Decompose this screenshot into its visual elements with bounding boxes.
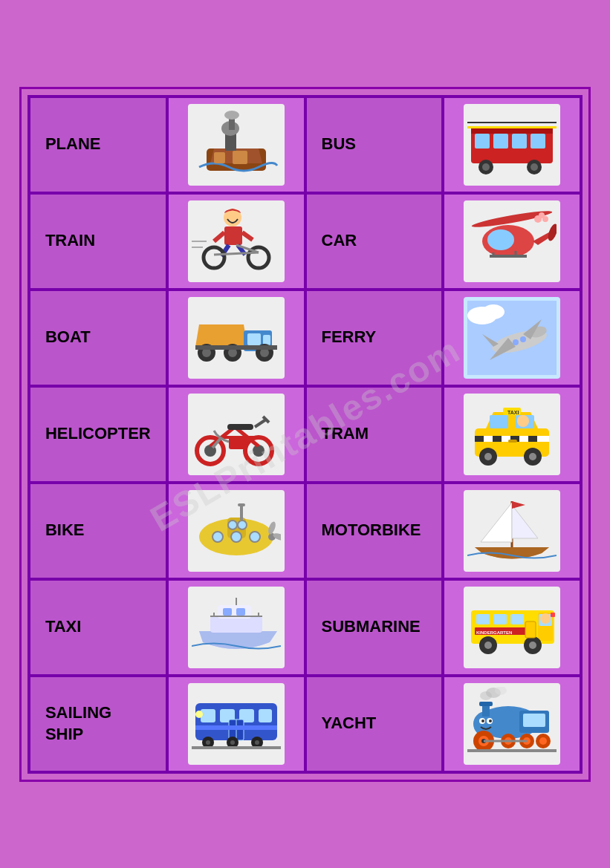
cell-submarine-label: SUBMARINE bbox=[305, 579, 444, 676]
cell-helicopter-label: HELICOPTER bbox=[29, 386, 167, 483]
svg-point-128 bbox=[540, 613, 551, 624]
svg-rect-76 bbox=[490, 415, 508, 428]
img-airplane bbox=[464, 297, 560, 379]
svg-rect-13 bbox=[530, 134, 545, 149]
svg-rect-129 bbox=[551, 613, 555, 617]
svg-marker-42 bbox=[195, 324, 247, 347]
vocabulary-grid: PLANE bbox=[27, 95, 583, 774]
page-container: ESLPrintables.com PLANE bbox=[19, 87, 591, 782]
cell-sailing-ship-image bbox=[167, 676, 305, 772]
svg-point-138 bbox=[206, 740, 210, 745]
cell-ferry-image bbox=[443, 290, 581, 386]
cell-sailing-ship-label: SAILING SHIP bbox=[29, 676, 167, 772]
svg-rect-45 bbox=[263, 335, 270, 345]
svg-point-155 bbox=[489, 719, 492, 722]
img-dirtbike bbox=[188, 394, 285, 475]
cell-plane-label: PLANE bbox=[29, 97, 167, 193]
svg-point-126 bbox=[529, 642, 536, 649]
svg-rect-21 bbox=[224, 226, 242, 245]
svg-point-97 bbox=[250, 532, 260, 542]
svg-rect-127 bbox=[525, 621, 536, 638]
label-helicopter: HELICOPTER bbox=[45, 423, 151, 445]
svg-point-96 bbox=[231, 532, 241, 542]
grid-container: PLANE bbox=[19, 87, 591, 782]
svg-point-142 bbox=[255, 740, 259, 745]
label-car: CAR bbox=[322, 230, 357, 252]
svg-point-34 bbox=[487, 229, 514, 250]
svg-marker-105 bbox=[512, 505, 538, 538]
svg-point-168 bbox=[539, 737, 547, 745]
svg-point-61 bbox=[520, 336, 526, 342]
cell-bike-image bbox=[167, 483, 305, 579]
svg-point-66 bbox=[253, 445, 265, 457]
svg-point-90 bbox=[517, 415, 529, 427]
svg-point-41 bbox=[542, 216, 548, 222]
svg-point-140 bbox=[230, 740, 235, 745]
cell-train-label: TRAIN bbox=[29, 193, 167, 290]
cell-taxi-image bbox=[167, 579, 305, 676]
label-boat: BOAT bbox=[45, 327, 91, 348]
svg-point-55 bbox=[482, 304, 504, 319]
svg-rect-12 bbox=[512, 134, 527, 149]
img-schoolbus: KINDERGARTEN bbox=[464, 587, 560, 668]
label-sailing-ship: SAILING SHIP bbox=[45, 702, 111, 745]
svg-line-23 bbox=[242, 232, 253, 240]
svg-rect-79 bbox=[475, 436, 484, 442]
svg-rect-73 bbox=[229, 436, 247, 449]
label-submarine: SUBMARINE bbox=[322, 616, 421, 638]
svg-rect-145 bbox=[195, 725, 277, 730]
svg-rect-18 bbox=[467, 126, 557, 128]
img-steamboat bbox=[188, 104, 285, 186]
svg-rect-134 bbox=[259, 709, 272, 722]
svg-rect-70 bbox=[227, 424, 253, 430]
label-tram: TRAM bbox=[322, 423, 369, 445]
label-plane: PLANE bbox=[45, 134, 101, 155]
svg-marker-104 bbox=[481, 503, 512, 542]
cell-car-image bbox=[443, 193, 581, 290]
cell-submarine-image: KINDERGARTEN bbox=[443, 579, 581, 676]
img-motorcycle-rider bbox=[188, 200, 285, 282]
img-steam-locomotive bbox=[464, 683, 560, 765]
svg-rect-52 bbox=[195, 345, 277, 350]
label-motorbike: MOTORBIKE bbox=[322, 520, 421, 541]
label-bus: BUS bbox=[322, 134, 356, 155]
svg-rect-44 bbox=[247, 333, 261, 345]
svg-point-84 bbox=[484, 453, 492, 460]
img-metro-train bbox=[188, 683, 285, 765]
cell-bus-image bbox=[443, 97, 581, 193]
svg-line-28 bbox=[214, 252, 259, 255]
svg-line-22 bbox=[214, 232, 224, 241]
cell-train-image bbox=[167, 193, 305, 290]
svg-point-5 bbox=[224, 111, 239, 120]
svg-rect-169 bbox=[467, 749, 557, 752]
svg-rect-131 bbox=[201, 709, 215, 722]
svg-rect-118 bbox=[476, 614, 490, 624]
svg-rect-11 bbox=[493, 134, 508, 149]
svg-rect-6 bbox=[233, 151, 247, 164]
label-bike: BIKE bbox=[45, 520, 85, 541]
svg-point-93 bbox=[228, 521, 237, 529]
svg-text:TAXI: TAXI bbox=[507, 410, 519, 415]
svg-point-154 bbox=[481, 719, 484, 722]
svg-point-35 bbox=[546, 223, 557, 242]
label-train: TRAIN bbox=[45, 230, 95, 252]
cell-bike-label: BIKE bbox=[29, 483, 167, 579]
label-ferry: FERRY bbox=[322, 327, 377, 348]
svg-point-26 bbox=[204, 247, 224, 268]
cell-tram-label: TRAM bbox=[305, 386, 444, 483]
svg-rect-157 bbox=[523, 714, 545, 727]
cell-yacht-image bbox=[443, 676, 581, 772]
svg-point-144 bbox=[195, 711, 203, 718]
svg-rect-107 bbox=[210, 616, 262, 633]
svg-rect-82 bbox=[528, 436, 537, 442]
img-helicopter bbox=[464, 200, 560, 282]
svg-rect-7 bbox=[214, 152, 225, 163]
svg-rect-120 bbox=[510, 614, 524, 624]
label-taxi: TAXI bbox=[45, 616, 81, 638]
cell-taxi-label: TAXI bbox=[29, 579, 167, 676]
svg-rect-101 bbox=[240, 505, 243, 520]
img-taxi: TAXI bbox=[464, 394, 560, 475]
img-tram bbox=[464, 104, 560, 186]
cell-ferry-label: FERRY bbox=[305, 290, 444, 386]
cell-tram-image: TAXI bbox=[443, 386, 581, 483]
